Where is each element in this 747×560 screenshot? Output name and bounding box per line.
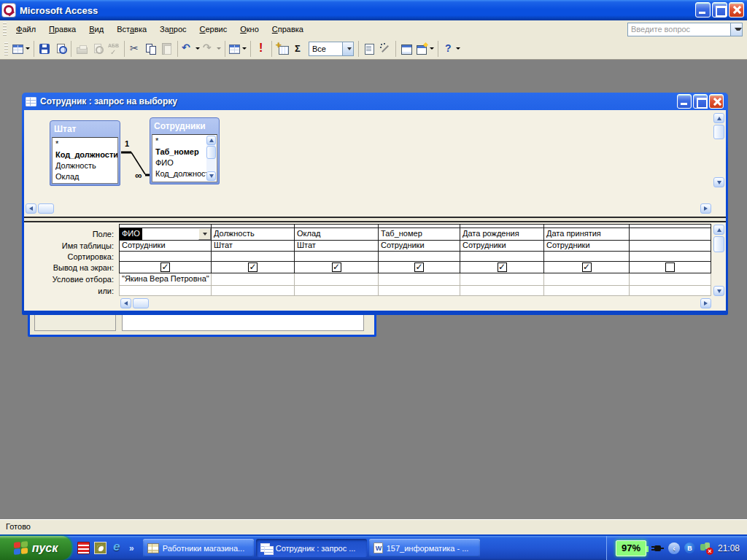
grid-cell-show-3[interactable]: ✓ [295, 262, 379, 273]
show-table-button[interactable] [274, 40, 290, 58]
field-dropdown-button[interactable] [198, 228, 211, 240]
scroll-right-button[interactable] [700, 203, 711, 214]
question-dropdown-button[interactable] [730, 23, 742, 36]
database-window-button[interactable] [398, 40, 414, 58]
scroll-thumb[interactable] [133, 298, 149, 308]
cut-button[interactable] [127, 40, 143, 58]
scroll-left-button[interactable] [120, 298, 131, 308]
scroll-thumb[interactable] [38, 203, 54, 214]
dropdown-arrow-icon[interactable] [456, 47, 460, 50]
pane-splitter[interactable] [24, 217, 726, 222]
dropdown-arrow-icon[interactable] [242, 47, 247, 50]
grid-cell-field-6[interactable]: Дата принятия [544, 228, 630, 241]
scheduler-icon[interactable] [94, 542, 107, 554]
show-checkbox[interactable]: ✓ [582, 262, 592, 272]
grid-cell-or-1[interactable] [119, 286, 212, 296]
grid-cell-table-5[interactable]: Сотрудники [460, 241, 544, 252]
table-field[interactable]: Код_должности [55, 149, 117, 160]
field-list-scrollbar[interactable] [206, 136, 216, 181]
grid-cell-show-6[interactable]: ✓ [544, 262, 630, 273]
scroll-thumb[interactable] [206, 146, 216, 159]
grid-cell-table-2[interactable]: Штат [212, 241, 295, 252]
new-object-button[interactable] [414, 40, 436, 58]
help-button[interactable] [441, 40, 462, 58]
scroll-up-button[interactable] [713, 113, 724, 123]
taskbar-button-1[interactable]: Работники магазина... [143, 539, 254, 557]
build-button[interactable] [377, 40, 393, 58]
grid-cell-sort-3[interactable] [295, 252, 379, 262]
grid-cell-show-5[interactable]: ✓ [460, 262, 544, 273]
show-checkbox[interactable]: ✓ [332, 262, 341, 272]
grid-cell-or-2[interactable] [212, 286, 295, 296]
grid-cell-criteria-2[interactable] [212, 273, 295, 286]
collapse-chevron-icon[interactable]: ‹ [668, 542, 680, 554]
query-minimize-button[interactable] [677, 94, 692, 109]
show-checkbox[interactable]: ✓ [414, 262, 424, 272]
scroll-thumb[interactable] [713, 236, 724, 252]
start-button[interactable]: пуск [0, 536, 71, 560]
app-close-button[interactable] [729, 2, 744, 18]
filter-combo-dropdown-button[interactable] [342, 42, 353, 55]
grid-cell-criteria-1[interactable]: "Якина Вера Петровна" [119, 273, 212, 286]
menu-item-1[interactable]: Правка [42, 22, 82, 36]
query-type-button[interactable] [228, 40, 248, 58]
grid-cell-field-4[interactable]: Таб_номер [379, 228, 460, 241]
undo-button[interactable] [180, 40, 201, 58]
scroll-up-button[interactable] [713, 225, 724, 235]
table-box-1[interactable]: Штат*Код_должностиДолжностьОклад [50, 120, 120, 186]
grid-cell-table-6[interactable]: Сотрудники [544, 241, 630, 252]
floppy-icon[interactable] [77, 542, 90, 554]
menu-item-4[interactable]: Запрос [153, 22, 193, 36]
grid-cell-or-7[interactable] [630, 286, 711, 296]
grid-cell-or-5[interactable] [460, 286, 544, 296]
ie-icon[interactable] [111, 542, 123, 554]
scroll-down-button[interactable] [206, 171, 216, 181]
table-field[interactable]: * [55, 139, 117, 149]
scroll-right-button[interactable] [700, 298, 711, 308]
grid-cell-field-3[interactable]: Оклад [295, 228, 379, 241]
scroll-left-button[interactable] [26, 203, 36, 214]
grid-hscrollbar[interactable] [120, 298, 711, 309]
grid-cell-field-5[interactable]: Дата рождения [460, 228, 544, 241]
view-datasheet-button[interactable] [11, 40, 31, 58]
scroll-up-button[interactable] [206, 136, 216, 145]
menu-item-7[interactable]: Справка [266, 22, 310, 36]
menu-item-2[interactable]: Вид [82, 22, 110, 36]
grid-cell-or-3[interactable] [295, 286, 379, 296]
grid-cell-show-1[interactable]: ✓ [119, 262, 212, 273]
overflow-chevron-icon[interactable]: » [129, 543, 134, 553]
power-plug-icon[interactable] [651, 543, 664, 553]
menu-item-6[interactable]: Окно [233, 22, 266, 36]
grid-cell-criteria-5[interactable] [460, 273, 544, 286]
grid-cell-sort-5[interactable] [460, 252, 544, 262]
dropdown-arrow-icon[interactable] [430, 47, 434, 50]
scroll-down-button[interactable] [713, 177, 724, 187]
scroll-down-button[interactable] [713, 286, 724, 296]
grid-cell-criteria-4[interactable] [379, 273, 460, 286]
scroll-thumb[interactable] [713, 125, 724, 139]
menu-item-0[interactable]: Файл [9, 22, 42, 36]
menu-item-5[interactable]: Сервис [193, 22, 234, 36]
grid-cell-show-7[interactable] [630, 262, 711, 273]
show-checkbox[interactable]: ✓ [160, 262, 170, 272]
menu-item-3[interactable]: Вставка [110, 22, 153, 36]
taskbar-button-3[interactable]: 157_информатика - ... [369, 539, 480, 557]
grid-cell-field-2[interactable]: Должность [212, 228, 295, 241]
bluetooth-icon[interactable] [684, 542, 695, 553]
grid-cell-sort-1[interactable] [119, 252, 212, 262]
run-button[interactable] [253, 40, 269, 58]
grid-cell-sort-4[interactable] [379, 252, 460, 262]
table-field[interactable]: Должность [55, 160, 117, 171]
filter-combo[interactable]: Все [309, 42, 354, 56]
grid-cell-show-2[interactable]: ✓ [212, 262, 295, 273]
grid-cell-sort-6[interactable] [544, 252, 630, 262]
show-checkbox[interactable] [665, 262, 675, 272]
grid-cell-field-1[interactable]: ФИО [119, 228, 212, 241]
dropdown-arrow-icon[interactable] [196, 47, 200, 50]
show-checkbox[interactable]: ✓ [248, 262, 258, 272]
app-minimize-button[interactable] [695, 2, 711, 18]
network-offline-icon[interactable] [700, 542, 712, 553]
save-button[interactable] [36, 40, 53, 58]
grid-cell-criteria-3[interactable] [295, 273, 379, 286]
properties-button[interactable] [361, 40, 377, 58]
